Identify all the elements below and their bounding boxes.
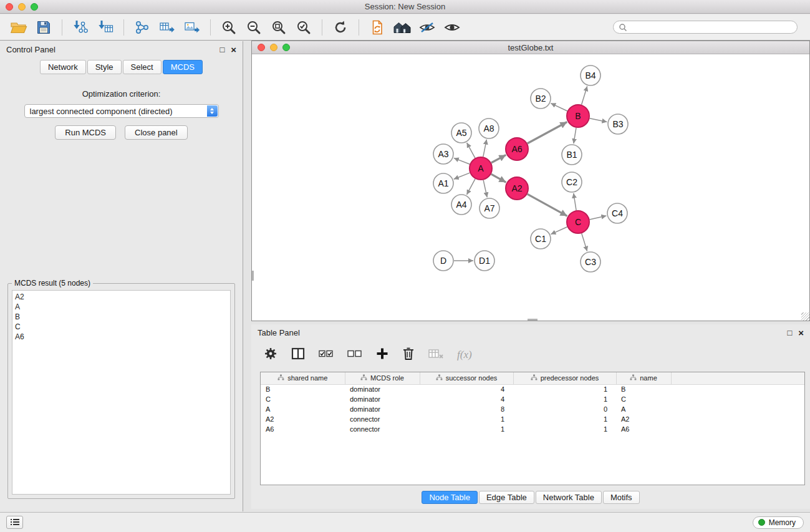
close-panel-button[interactable]: Close panel: [125, 125, 188, 140]
delete-column-button[interactable]: [402, 347, 415, 363]
table-row[interactable]: Cdominator41C: [261, 394, 804, 404]
float-table-panel-icon[interactable]: □: [787, 329, 792, 337]
table-tab-network-table[interactable]: Network Table: [536, 491, 602, 504]
minimize-window-button[interactable]: [18, 3, 26, 11]
cell-shared-name[interactable]: C: [261, 394, 345, 404]
resize-grip[interactable]: [801, 312, 809, 321]
h-scroll-indicator[interactable]: [528, 319, 538, 321]
graph-node-A3[interactable]: A3: [433, 144, 453, 164]
network-zoom-button[interactable]: [282, 44, 290, 51]
network-graph[interactable]: B4B2BB3B1A5A8A6A3AA1C2A2A4A7C4CC1C3DD1: [252, 54, 809, 321]
create-column-button[interactable]: [376, 347, 388, 362]
open-session-button[interactable]: [6, 17, 31, 37]
cell-successor-nodes[interactable]: 4: [420, 394, 513, 404]
graph-edge-A-A5[interactable]: [467, 143, 475, 158]
node-table-container[interactable]: shared nameMCDS rolesuccessor nodesprede…: [260, 372, 805, 485]
cell-predecessor-nodes[interactable]: 1: [513, 394, 616, 404]
graph-node-A5[interactable]: A5: [451, 123, 471, 143]
table-row[interactable]: A6connector11A6: [261, 424, 804, 434]
search-input[interactable]: [630, 23, 792, 32]
cell-name[interactable]: A: [616, 404, 671, 414]
export-table-button[interactable]: [155, 17, 180, 37]
criterion-dropdown[interactable]: largest connected component (directed): [24, 104, 219, 118]
network-minimize-button[interactable]: [270, 44, 277, 51]
tab-style[interactable]: Style: [87, 60, 122, 74]
network-canvas[interactable]: B4B2BB3B1A5A8A6A3AA1C2A2A4A7C4CC1C3DD1: [252, 54, 809, 321]
tab-mcds[interactable]: MCDS: [163, 60, 203, 74]
save-session-button[interactable]: [31, 17, 56, 37]
mcds-result-item[interactable]: A: [15, 302, 228, 312]
graph-node-C2[interactable]: C2: [562, 172, 582, 192]
cell-shared-name[interactable]: A2: [261, 414, 345, 424]
graph-edge-A-A7[interactable]: [483, 180, 487, 198]
mcds-result-item[interactable]: C: [15, 322, 228, 332]
zoom-in-button[interactable]: [216, 17, 241, 37]
column-header-MCDS-role[interactable]: MCDS role: [345, 372, 420, 384]
graph-node-B2[interactable]: B2: [531, 89, 551, 109]
close-window-button[interactable]: [6, 3, 13, 11]
cell-successor-nodes[interactable]: 1: [420, 424, 513, 434]
graph-node-A[interactable]: A: [470, 157, 492, 180]
graph-edge-B-B3[interactable]: [590, 118, 607, 122]
cell-name[interactable]: B: [616, 384, 671, 394]
graph-edge-B-B1[interactable]: [574, 128, 576, 143]
cell-shared-name[interactable]: B: [261, 384, 345, 394]
zoom-fit-button[interactable]: [266, 17, 291, 37]
graph-node-A7[interactable]: A7: [480, 198, 499, 218]
cell-shared-name[interactable]: A: [261, 404, 345, 414]
cell-successor-nodes[interactable]: 4: [420, 384, 513, 394]
zoom-window-button[interactable]: [31, 3, 38, 11]
column-header-successor-nodes[interactable]: successor nodes: [420, 372, 513, 384]
table-tab-edge-table[interactable]: Edge Table: [479, 491, 534, 504]
new-network-button[interactable]: [130, 17, 155, 37]
run-mcds-button[interactable]: Run MCDS: [55, 125, 116, 140]
cell-name[interactable]: C: [616, 394, 671, 404]
graph-edge-A-A3[interactable]: [454, 158, 470, 164]
memory-button[interactable]: Memory: [753, 516, 804, 529]
float-panel-icon[interactable]: □: [219, 46, 224, 54]
import-table-button[interactable]: [93, 17, 118, 37]
session-docs-button[interactable]: [365, 17, 390, 37]
toolbar-search[interactable]: [613, 21, 798, 34]
cell-MCDS-role[interactable]: connector: [345, 414, 420, 424]
graph-node-C3[interactable]: C3: [581, 252, 600, 272]
graph-node-A4[interactable]: A4: [451, 195, 471, 215]
graph-edge-B-B4[interactable]: [582, 86, 587, 105]
apply-layout-button[interactable]: [328, 17, 353, 37]
column-header-predecessor-nodes[interactable]: predecessor nodes: [513, 372, 616, 384]
graph-edge-A-A4[interactable]: [467, 179, 476, 195]
graph-node-B1[interactable]: B1: [562, 145, 582, 165]
mcds-result-item[interactable]: A6: [15, 332, 228, 342]
graph-node-B[interactable]: B: [567, 105, 589, 127]
cell-shared-name[interactable]: A6: [261, 424, 345, 434]
graph-edge-C-C1[interactable]: [551, 227, 567, 235]
table-tab-motifs[interactable]: Motifs: [603, 491, 640, 504]
cell-predecessor-nodes[interactable]: 0: [513, 404, 616, 414]
column-header-shared-name[interactable]: shared name: [261, 372, 345, 384]
graph-node-B4[interactable]: B4: [581, 65, 600, 85]
home-button[interactable]: [390, 17, 415, 37]
show-columns-button[interactable]: [291, 347, 305, 362]
table-tab-node-table[interactable]: Node Table: [422, 491, 478, 504]
mcds-result-item[interactable]: A2: [15, 292, 228, 302]
graph-node-C4[interactable]: C4: [607, 203, 627, 223]
unselect-all-columns-button[interactable]: [347, 349, 362, 361]
zoom-selected-button[interactable]: [291, 17, 316, 37]
zoom-out-button[interactable]: [241, 17, 266, 37]
graph-edge-C-C3[interactable]: [582, 233, 587, 251]
graph-node-D[interactable]: D: [433, 251, 453, 271]
cell-predecessor-nodes[interactable]: 1: [513, 424, 616, 434]
cell-predecessor-nodes[interactable]: 1: [513, 384, 616, 394]
close-table-panel-icon[interactable]: ×: [798, 328, 804, 337]
cell-MCDS-role[interactable]: dominator: [345, 384, 420, 394]
table-row[interactable]: A2connector11A2: [261, 414, 804, 424]
table-row[interactable]: Bdominator41B: [261, 384, 804, 394]
graph-edge-A2-C[interactable]: [528, 194, 567, 216]
network-window-titlebar[interactable]: testGlobe.txt: [252, 41, 809, 54]
graph-node-A1[interactable]: A1: [433, 173, 453, 193]
select-all-columns-button[interactable]: [319, 349, 334, 361]
cell-successor-nodes[interactable]: 8: [420, 404, 513, 414]
cell-MCDS-role[interactable]: dominator: [345, 404, 420, 414]
show-details-button[interactable]: [440, 17, 465, 37]
column-header-name[interactable]: name: [616, 372, 671, 384]
